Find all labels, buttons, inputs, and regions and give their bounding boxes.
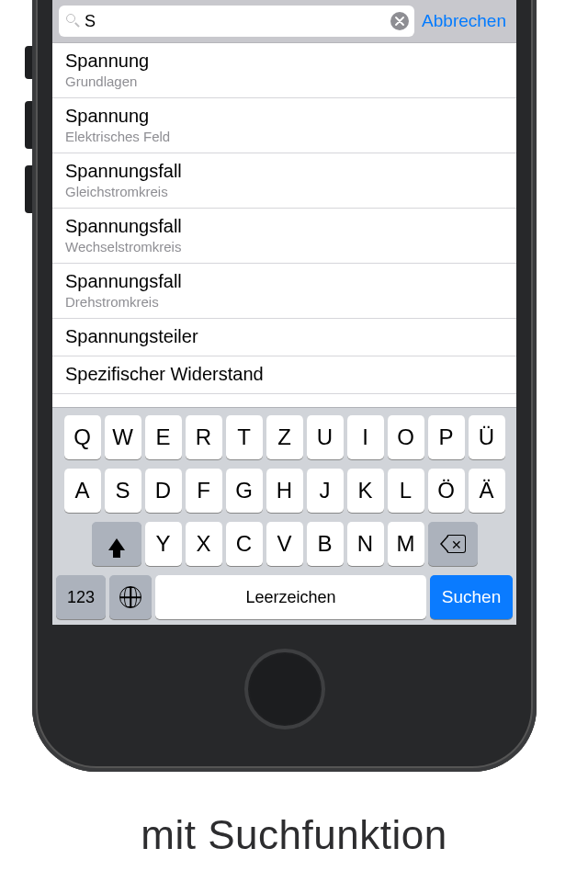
key-v[interactable]: V [266, 522, 303, 566]
key-k[interactable]: K [347, 469, 384, 513]
result-subtitle: Wechselstromkreis [65, 239, 503, 255]
result-row[interactable]: SpannungsfallGleichstromkreis [52, 153, 516, 209]
key-g[interactable]: G [226, 469, 263, 513]
key-x[interactable]: X [186, 522, 222, 566]
search-input-value[interactable]: S [85, 12, 390, 31]
marketing-caption: mit Suchfunktion [0, 812, 588, 858]
search-results: SpannungGrundlagenSpannungElektrisches F… [52, 43, 516, 394]
key-o[interactable]: O [388, 415, 424, 459]
result-title: Spezifischer Widerstand [65, 363, 503, 386]
search-icon [66, 14, 81, 28]
result-row[interactable]: SpannungGrundlagen [52, 43, 516, 98]
key-n[interactable]: N [347, 522, 384, 566]
key-w[interactable]: W [105, 415, 141, 459]
clear-search-button[interactable] [390, 12, 409, 30]
result-title: Spannungsfall [65, 270, 503, 293]
key-t[interactable]: T [226, 415, 263, 459]
keyboard: QWERTZUIOPÜ ASDFGHJKLÖÄ YXCVBNM ✕ 123 L [52, 407, 516, 625]
result-title: Spannungsteiler [65, 325, 503, 348]
number-key[interactable]: 123 [56, 575, 106, 619]
result-title: Spannung [65, 105, 503, 128]
key-z[interactable]: Z [266, 415, 303, 459]
key-l[interactable]: L [388, 469, 424, 513]
result-row[interactable]: SpannungsfallWechselstromkreis [52, 209, 516, 264]
search-key[interactable]: Suchen [430, 575, 513, 619]
phone-body: S Abbrechen SpannungGrundlagenSpannungEl… [32, 0, 537, 772]
result-row[interactable]: SpannungElektrisches Feld [52, 98, 516, 153]
result-title: Spannungsfall [65, 215, 503, 238]
key-b[interactable]: B [307, 522, 344, 566]
result-subtitle: Drehstromkreis [65, 294, 503, 311]
result-row[interactable]: Spannungsteiler [52, 319, 516, 356]
key-i[interactable]: I [347, 415, 384, 459]
result-title: Spannungsfall [65, 160, 503, 183]
key-u[interactable]: U [307, 415, 344, 459]
key-y[interactable]: Y [145, 522, 182, 566]
globe-key[interactable] [109, 575, 152, 619]
result-title: Spannung [65, 50, 503, 73]
search-bar: S Abbrechen [52, 0, 516, 43]
key-e[interactable]: E [145, 415, 182, 459]
key-c[interactable]: C [226, 522, 263, 566]
cancel-button[interactable]: Abbrechen [422, 11, 510, 31]
key-a[interactable]: A [64, 469, 101, 513]
shift-icon [108, 538, 125, 550]
key-p[interactable]: P [428, 415, 465, 459]
result-row[interactable]: SpannungsfallDrehstromkreis [52, 264, 516, 319]
volume-down-button [25, 165, 32, 213]
search-field[interactable]: S [59, 6, 414, 37]
home-button [244, 649, 325, 729]
result-subtitle: Gleichstromkreis [65, 184, 503, 200]
key-ä[interactable]: Ä [469, 469, 505, 513]
globe-icon [119, 586, 141, 608]
key-s[interactable]: S [105, 469, 141, 513]
result-row[interactable]: Spezifischer Widerstand [52, 356, 516, 394]
key-d[interactable]: D [145, 469, 182, 513]
space-key[interactable]: Leerzeichen [155, 575, 426, 619]
key-ü[interactable]: Ü [469, 415, 505, 459]
screen: S Abbrechen SpannungGrundlagenSpannungEl… [52, 0, 516, 625]
key-r[interactable]: R [186, 415, 222, 459]
backspace-icon: ✕ [440, 535, 466, 553]
key-h[interactable]: H [266, 469, 303, 513]
key-ö[interactable]: Ö [428, 469, 465, 513]
volume-up-button [25, 101, 32, 149]
mute-switch [25, 46, 32, 79]
key-j[interactable]: J [307, 469, 344, 513]
shift-key[interactable] [92, 522, 141, 566]
key-m[interactable]: M [388, 522, 424, 566]
result-subtitle: Grundlagen [65, 74, 503, 90]
key-f[interactable]: F [186, 469, 222, 513]
key-q[interactable]: Q [64, 415, 101, 459]
backspace-key[interactable]: ✕ [428, 522, 478, 566]
result-subtitle: Elektrisches Feld [65, 129, 503, 145]
